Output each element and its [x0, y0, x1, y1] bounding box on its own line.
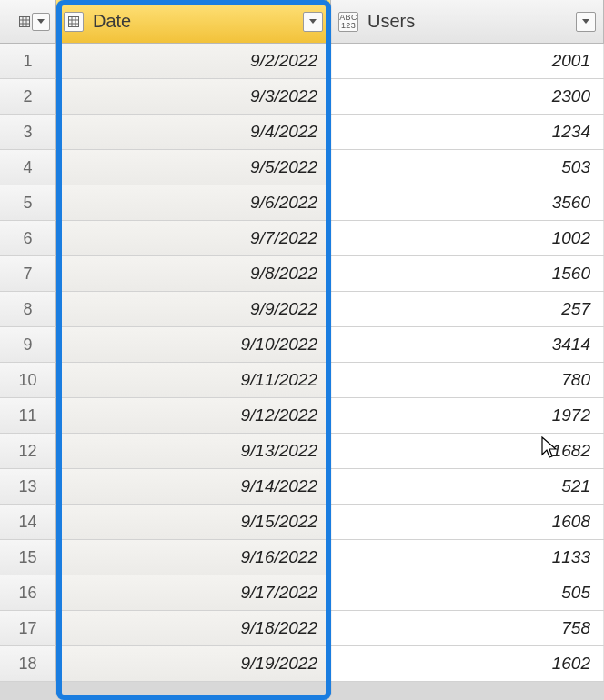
- cell-users[interactable]: 3560: [331, 185, 604, 220]
- cell-users[interactable]: 1608: [331, 505, 604, 539]
- cell-date[interactable]: 9/14/2022: [56, 469, 331, 504]
- cell-date[interactable]: 9/15/2022: [56, 505, 331, 539]
- table-row[interactable]: 49/5/2022503: [0, 150, 604, 185]
- table-body: 19/2/2022200129/3/2022230039/4/202212344…: [0, 44, 604, 682]
- cell-users[interactable]: 2001: [331, 44, 604, 78]
- row-number[interactable]: 9: [0, 327, 56, 362]
- column-label-users: Users: [367, 11, 567, 32]
- cell-date[interactable]: 9/5/2022: [56, 150, 331, 185]
- svg-rect-5: [69, 16, 79, 26]
- row-number[interactable]: 17: [0, 611, 56, 645]
- row-number-header[interactable]: [0, 0, 56, 43]
- table-row[interactable]: 129/13/20221682: [0, 434, 604, 469]
- row-number[interactable]: 3: [0, 115, 56, 149]
- svg-rect-0: [20, 16, 30, 26]
- cell-date[interactable]: 9/4/2022: [56, 115, 331, 149]
- row-number[interactable]: 4: [0, 150, 56, 185]
- table-row[interactable]: 119/12/20221972: [0, 398, 604, 434]
- column-header-row: Date ABC123 Users: [0, 0, 604, 44]
- cell-date[interactable]: 9/13/2022: [56, 434, 331, 468]
- abc123-icon: ABC123: [338, 12, 358, 32]
- table-row[interactable]: 69/7/20221002: [0, 221, 604, 256]
- table-row[interactable]: 179/18/2022758: [0, 611, 604, 646]
- table-row[interactable]: 159/16/20221133: [0, 540, 604, 575]
- cell-date[interactable]: 9/10/2022: [56, 327, 331, 362]
- row-number[interactable]: 14: [0, 505, 56, 539]
- table-row[interactable]: 139/14/2022521: [0, 469, 604, 505]
- table-row[interactable]: 59/6/20223560: [0, 185, 604, 221]
- cell-users[interactable]: 2300: [331, 79, 604, 114]
- table-row[interactable]: 89/9/2022257: [0, 292, 604, 327]
- row-number[interactable]: 6: [0, 221, 56, 255]
- filter-button-users[interactable]: [576, 12, 596, 32]
- table-row[interactable]: 19/2/20222001: [0, 44, 604, 79]
- cell-date[interactable]: 9/16/2022: [56, 540, 331, 575]
- cell-users[interactable]: 503: [331, 150, 604, 185]
- table-icon: [19, 16, 30, 27]
- query-table: Date ABC123 Users 19/2/2022200129/3/2022…: [0, 0, 604, 682]
- cell-users[interactable]: 780: [331, 363, 604, 397]
- cell-date[interactable]: 9/2/2022: [56, 44, 331, 78]
- cell-date[interactable]: 9/8/2022: [56, 256, 331, 291]
- row-number[interactable]: 12: [0, 434, 56, 468]
- row-number[interactable]: 15: [0, 540, 56, 575]
- row-number[interactable]: 7: [0, 256, 56, 291]
- cell-date[interactable]: 9/18/2022: [56, 611, 331, 645]
- cell-users[interactable]: 1133: [331, 540, 604, 575]
- filter-button-date[interactable]: [303, 12, 323, 32]
- cell-users[interactable]: 1234: [331, 115, 604, 149]
- row-number[interactable]: 10: [0, 363, 56, 397]
- row-number[interactable]: 8: [0, 292, 56, 326]
- table-row[interactable]: 189/19/20221602: [0, 646, 604, 682]
- column-label-date: Date: [93, 11, 294, 32]
- cell-date[interactable]: 9/7/2022: [56, 221, 331, 255]
- column-header-date[interactable]: Date: [56, 0, 331, 43]
- cell-date[interactable]: 9/11/2022: [56, 363, 331, 397]
- cell-users[interactable]: 257: [331, 292, 604, 326]
- cell-users[interactable]: 505: [331, 575, 604, 610]
- cell-users[interactable]: 521: [331, 469, 604, 504]
- cell-date[interactable]: 9/19/2022: [56, 646, 331, 681]
- table-row[interactable]: 109/11/2022780: [0, 363, 604, 398]
- cell-date[interactable]: 9/6/2022: [56, 185, 331, 220]
- row-number[interactable]: 5: [0, 185, 56, 220]
- row-number[interactable]: 18: [0, 646, 56, 681]
- row-number[interactable]: 2: [0, 79, 56, 114]
- cell-users[interactable]: 1560: [331, 256, 604, 291]
- cell-date[interactable]: 9/9/2022: [56, 292, 331, 326]
- table-row[interactable]: 79/8/20221560: [0, 256, 604, 292]
- cell-date[interactable]: 9/3/2022: [56, 79, 331, 114]
- cell-users[interactable]: 3414: [331, 327, 604, 362]
- table-row[interactable]: 149/15/20221608: [0, 505, 604, 540]
- table-row[interactable]: 39/4/20221234: [0, 115, 604, 150]
- table-row[interactable]: 169/17/2022505: [0, 575, 604, 611]
- cell-date[interactable]: 9/17/2022: [56, 575, 331, 610]
- cell-users[interactable]: 1972: [331, 398, 604, 433]
- table-row[interactable]: 29/3/20222300: [0, 79, 604, 115]
- cell-date[interactable]: 9/12/2022: [56, 398, 331, 433]
- row-number[interactable]: 1: [0, 44, 56, 78]
- table-row[interactable]: 99/10/20223414: [0, 327, 604, 363]
- cell-users[interactable]: 1682: [331, 434, 604, 468]
- column-header-users[interactable]: ABC123 Users: [331, 0, 604, 43]
- row-number[interactable]: 16: [0, 575, 56, 610]
- table-icon: [64, 12, 84, 32]
- row-number[interactable]: 11: [0, 398, 56, 433]
- row-number[interactable]: 13: [0, 469, 56, 504]
- chevron-down-icon[interactable]: [32, 13, 50, 31]
- cell-users[interactable]: 1602: [331, 646, 604, 681]
- cell-users[interactable]: 758: [331, 611, 604, 645]
- cell-users[interactable]: 1002: [331, 221, 604, 255]
